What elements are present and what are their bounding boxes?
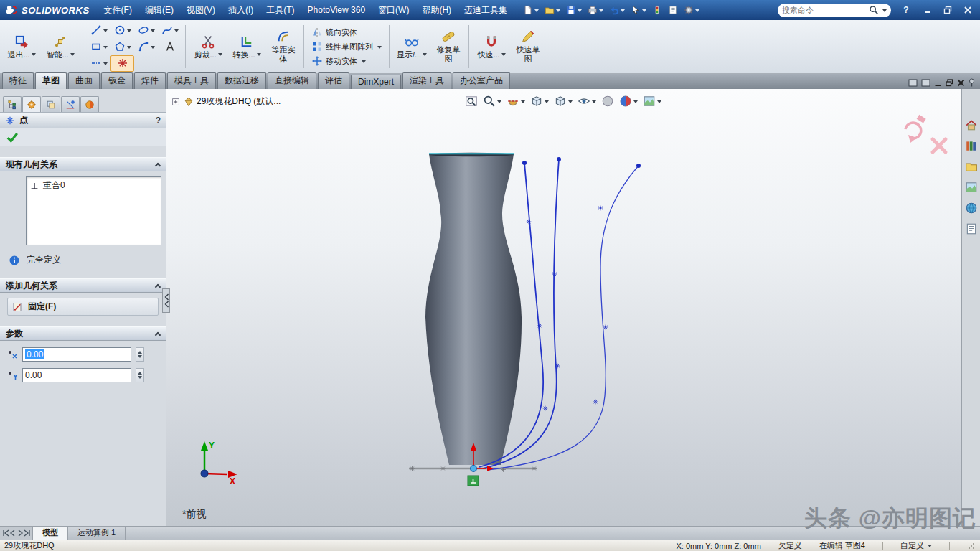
selected-point[interactable] <box>471 466 476 471</box>
spline-endpoint[interactable] <box>636 164 641 168</box>
doc-minimize-icon[interactable] <box>934 79 942 87</box>
tab-office-products[interactable]: 办公室产品 <box>453 72 510 89</box>
motion-study-tab[interactable]: 运动算例 1 <box>68 527 126 540</box>
select-dropdown[interactable] <box>642 9 646 14</box>
y-coordinate-input[interactable]: 0.00 <box>22 368 131 382</box>
section-view-button[interactable] <box>507 95 525 108</box>
options-dropdown[interactable] <box>695 9 699 14</box>
circle-dropdown[interactable] <box>127 29 131 34</box>
existing-relations-section-header[interactable]: 现有几何关系 <box>0 157 166 171</box>
tab-dimxpertmanager[interactable] <box>61 96 80 112</box>
point-tool-button[interactable] <box>110 55 134 72</box>
relations-listbox[interactable]: 重合0 <box>26 176 161 245</box>
undo-button[interactable] <box>608 4 626 16</box>
display-style-dropdown[interactable] <box>568 100 573 105</box>
spline-tool-button[interactable] <box>158 22 182 39</box>
rectangle-tool-button[interactable] <box>87 39 110 55</box>
parameters-section-header[interactable]: 参数 <box>0 326 166 341</box>
tab-configurationmanager[interactable] <box>42 96 60 112</box>
new-document-button[interactable] <box>522 4 540 16</box>
model-tab[interactable]: 模型 <box>33 527 68 540</box>
menu-tools[interactable]: 工具(T) <box>260 2 300 19</box>
print-dropdown[interactable] <box>599 9 603 14</box>
exit-sketch-dropdown[interactable] <box>32 53 36 58</box>
custom-dropdown-caret[interactable] <box>928 545 932 550</box>
smart-dimension-button[interactable]: 智能... <box>42 22 79 72</box>
tab-direct-editing[interactable]: 直接编辑 <box>268 72 316 89</box>
polygon-tool-button[interactable] <box>110 39 134 55</box>
menu-photoview[interactable]: PhotoView 360 <box>302 3 372 17</box>
tab-evaluate[interactable]: 评估 <box>318 72 349 89</box>
select-button[interactable] <box>629 4 648 16</box>
tab-displaymanager[interactable] <box>80 96 99 112</box>
rebuild-button[interactable] <box>651 4 664 16</box>
edit-appearance-button[interactable] <box>601 95 614 108</box>
move-dropdown[interactable] <box>362 60 366 65</box>
minimize-button[interactable] <box>920 4 936 17</box>
menu-view[interactable]: 视图(V) <box>181 2 221 19</box>
section-dropdown[interactable] <box>521 100 525 105</box>
linear-pattern-button[interactable]: 线性草图阵列 <box>308 40 385 53</box>
pin-icon[interactable] <box>969 78 975 87</box>
tab-weldments[interactable]: 焊件 <box>134 72 166 89</box>
mirror-entities-button[interactable]: 镜向实体 <box>308 26 385 39</box>
tab-propertymanager[interactable] <box>22 96 41 112</box>
collapse-chevron-icon[interactable] <box>155 162 161 168</box>
tab-scroll-buttons[interactable] <box>0 527 33 540</box>
file-properties-button[interactable] <box>666 4 679 16</box>
hide-show-dropdown[interactable] <box>592 100 596 105</box>
add-relations-section-header[interactable]: 添加几何关系 <box>0 278 166 293</box>
open-button[interactable] <box>543 4 562 16</box>
display-relations-dropdown[interactable] <box>423 53 427 58</box>
collapse-chevron-icon[interactable] <box>155 331 161 337</box>
arc-dropdown[interactable] <box>151 46 155 51</box>
close-button[interactable] <box>960 4 976 17</box>
tab-mold-tools[interactable]: 模具工具 <box>167 72 216 89</box>
view-orientation-dropdown[interactable] <box>545 100 549 105</box>
resources-home-button[interactable] <box>964 118 979 132</box>
repair-sketch-button[interactable]: 修复草图 <box>432 22 465 72</box>
view-orientation-button[interactable] <box>530 95 549 108</box>
view-palette-button[interactable] <box>964 180 979 194</box>
design-library-button[interactable] <box>964 138 979 153</box>
trim-entities-button[interactable]: 剪裁... <box>189 22 227 72</box>
centerline-dropdown[interactable] <box>103 62 108 67</box>
command-search-box[interactable] <box>778 4 891 17</box>
tab-surfaces[interactable]: 曲面 <box>68 72 100 89</box>
search-scope-dropdown[interactable] <box>882 9 887 14</box>
print-button[interactable] <box>586 4 605 16</box>
tab-render-tools[interactable]: 渲染工具 <box>402 72 451 89</box>
y-spinner[interactable] <box>136 368 144 382</box>
move-entities-button[interactable]: 移动实体 <box>308 55 385 67</box>
save-button[interactable] <box>565 4 583 16</box>
expand-tree-icon[interactable] <box>171 97 181 107</box>
search-icon[interactable] <box>869 5 879 15</box>
vase-model[interactable] <box>425 153 522 465</box>
hide-show-items-button[interactable] <box>578 95 596 108</box>
graphics-area[interactable]: Y X 29玫瑰花DHQ (默认. <box>166 89 961 526</box>
tab-sheet-metal[interactable]: 钣金 <box>101 72 133 89</box>
arc-tool-button[interactable] <box>134 39 158 55</box>
custom-properties-button[interactable] <box>964 222 979 236</box>
tab-sketch[interactable]: 草图 <box>35 72 67 89</box>
smart-dimension-dropdown[interactable] <box>70 53 75 58</box>
spline-dropdown[interactable] <box>174 29 179 34</box>
help-button[interactable]: ? <box>900 5 913 15</box>
view-settings-button[interactable] <box>643 95 661 108</box>
coincident-relation-badge[interactable] <box>468 476 479 486</box>
viewport-single-icon[interactable] <box>921 79 930 87</box>
ok-check-button[interactable] <box>6 131 19 143</box>
tab-features[interactable]: 特征 <box>2 72 34 89</box>
doc-close-icon[interactable] <box>957 79 965 87</box>
line-tool-button[interactable] <box>87 22 110 39</box>
options-button[interactable] <box>682 4 701 16</box>
menu-maidi-tools[interactable]: 迈迪工具集 <box>458 2 513 19</box>
menu-insert[interactable]: 插入(I) <box>222 2 259 19</box>
menu-file[interactable]: 文件(F) <box>98 2 138 19</box>
x-spinner[interactable] <box>136 347 144 362</box>
view-settings-dropdown[interactable] <box>657 100 661 105</box>
viewport-layout-icon[interactable] <box>908 79 918 87</box>
text-tool-button[interactable] <box>158 39 182 55</box>
offset-entities-button[interactable]: 等距实体 <box>267 22 300 72</box>
quick-snaps-button[interactable]: 快速... <box>473 22 510 72</box>
